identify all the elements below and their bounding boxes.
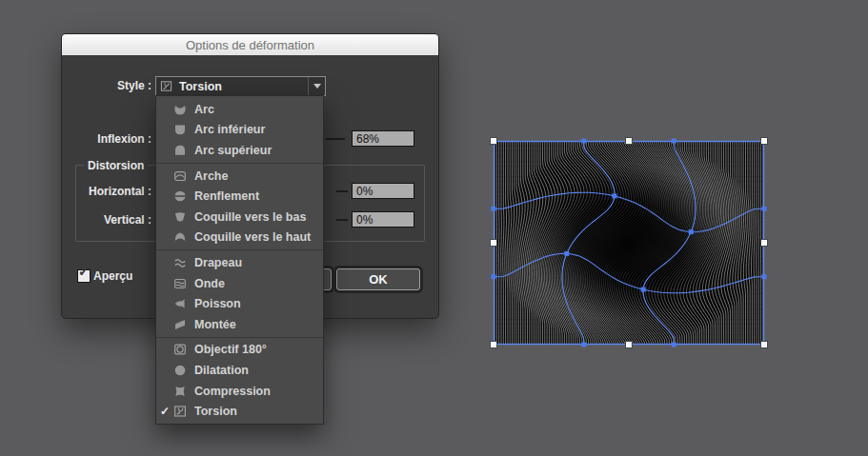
selection-handle bbox=[761, 342, 768, 348]
shell-upper-icon bbox=[172, 229, 188, 245]
chevron-down-icon bbox=[313, 84, 321, 89]
menu-item-shell-upper[interactable]: Coquille vers le haut bbox=[156, 228, 323, 248]
menu-item-inflate[interactable]: Dilatation bbox=[156, 360, 323, 381]
mesh-anchor bbox=[641, 287, 646, 292]
fisheye-icon bbox=[172, 342, 188, 357]
style-dropdown-arrow-button[interactable] bbox=[308, 77, 325, 95]
style-dropdown[interactable]: Torsion bbox=[155, 76, 326, 96]
mesh-anchor bbox=[689, 229, 694, 234]
selection-handle bbox=[491, 342, 497, 348]
dialog-titlebar[interactable]: Options de déformation bbox=[62, 34, 438, 55]
menu-item-shell-lower[interactable]: Coquille vers le bas bbox=[156, 207, 323, 228]
inflexion-label: Inflexion : bbox=[62, 132, 151, 146]
fish-icon bbox=[172, 296, 188, 311]
menu-separator bbox=[156, 249, 323, 250]
mesh-anchor bbox=[612, 193, 616, 198]
horizontal-input[interactable] bbox=[352, 183, 414, 199]
style-dropdown-value: Torsion bbox=[179, 80, 222, 93]
shell-lower-icon bbox=[172, 209, 188, 225]
flag-icon bbox=[172, 255, 188, 270]
mesh-anchor bbox=[762, 274, 767, 279]
mesh-anchor bbox=[672, 343, 676, 347]
menu-checkmark-icon: ✓ bbox=[156, 405, 172, 418]
menu-item-arch[interactable]: Arche bbox=[156, 166, 323, 187]
vertical-input[interactable] bbox=[352, 211, 414, 228]
menu-item-label: Compression bbox=[194, 385, 271, 398]
menu-item-wave[interactable]: Onde bbox=[156, 273, 323, 294]
arc-lower-icon bbox=[172, 122, 188, 137]
checkmark-icon: ✓ bbox=[78, 264, 90, 279]
menu-item-fish[interactable]: Poisson bbox=[156, 293, 323, 314]
menu-item-label: Onde bbox=[194, 277, 225, 290]
inflexion-slider-track[interactable] bbox=[326, 138, 345, 140]
ok-button-label: OK bbox=[369, 272, 388, 287]
menu-separator bbox=[156, 337, 323, 338]
menu-item-twist[interactable]: ✓Torsion bbox=[156, 401, 323, 422]
style-label: Style : bbox=[62, 79, 151, 92]
menu-item-arc-upper[interactable]: Arc supérieur bbox=[156, 140, 323, 161]
menu-item-bulge[interactable]: Renflement bbox=[156, 186, 323, 207]
menu-item-label: Arc inférieur bbox=[194, 123, 265, 136]
menu-item-label: Dilatation bbox=[194, 364, 249, 377]
warped-artwork[interactable] bbox=[494, 141, 764, 345]
mesh-anchor bbox=[581, 343, 586, 347]
menu-item-label: Arche bbox=[194, 169, 228, 183]
warp-mesh-svg bbox=[494, 141, 764, 345]
horizontal-slider-track[interactable] bbox=[336, 190, 348, 192]
menu-item-arc-lower[interactable]: Arc inférieur bbox=[156, 120, 323, 141]
mesh-anchor bbox=[762, 207, 767, 211]
vertical-slider-track[interactable] bbox=[336, 219, 348, 221]
menu-item-label: Renflement bbox=[194, 189, 259, 203]
menu-item-label: Arc supérieur bbox=[194, 144, 272, 157]
mesh-anchor bbox=[492, 274, 496, 279]
selection-handle bbox=[491, 138, 497, 145]
twist-icon bbox=[159, 79, 173, 93]
menu-item-label: Torsion bbox=[194, 405, 237, 418]
rise-icon bbox=[172, 317, 188, 332]
menu-item-label: Drapeau bbox=[194, 256, 242, 269]
inflexion-input[interactable] bbox=[352, 130, 414, 147]
distorsion-group-label: Distorsion bbox=[84, 159, 148, 172]
menu-item-label: Coquille vers le haut bbox=[194, 230, 311, 244]
menu-item-arc[interactable]: Arc bbox=[156, 99, 323, 120]
selection-handle bbox=[761, 240, 768, 247]
menu-item-squeeze[interactable]: Compression bbox=[156, 381, 323, 402]
menu-item-label: Coquille vers le bas bbox=[194, 210, 306, 224]
apercu-label: Aperçu bbox=[93, 269, 132, 283]
mesh-anchor bbox=[581, 139, 586, 144]
menu-item-label: Poisson bbox=[194, 297, 241, 310]
application-canvas: Options de déformation Style : Torsion I… bbox=[0, 0, 868, 456]
twist-icon bbox=[172, 404, 188, 419]
vertical-label: Vertical : bbox=[62, 213, 151, 227]
selection-handle bbox=[761, 138, 768, 145]
mesh-anchor bbox=[492, 207, 496, 211]
style-menu: ArcArc inférieurArc supérieurArcheRenfle… bbox=[155, 95, 324, 425]
selection-handle bbox=[491, 240, 497, 247]
ok-button[interactable]: OK bbox=[336, 268, 420, 290]
menu-separator bbox=[156, 163, 323, 164]
arch-icon bbox=[172, 169, 188, 184]
selection-handle bbox=[626, 138, 633, 145]
dialog-title: Options de déformation bbox=[186, 38, 314, 52]
menu-item-rise[interactable]: Montée bbox=[156, 314, 323, 335]
menu-item-flag[interactable]: Drapeau bbox=[156, 252, 323, 273]
menu-item-label: Montée bbox=[194, 318, 236, 331]
menu-item-fisheye[interactable]: Objectif 180° bbox=[156, 340, 323, 361]
menu-item-label: Arc bbox=[194, 103, 214, 116]
menu-item-label: Objectif 180° bbox=[194, 343, 267, 356]
bulge-icon bbox=[172, 188, 188, 204]
horizontal-label: Horizontal : bbox=[62, 185, 151, 198]
selection-handle bbox=[626, 342, 633, 348]
arc-upper-icon bbox=[172, 143, 188, 158]
wave-icon bbox=[172, 276, 188, 291]
mesh-anchor bbox=[564, 251, 569, 256]
mesh-anchor bbox=[672, 139, 676, 144]
squeeze-icon bbox=[172, 384, 188, 399]
inflate-icon bbox=[172, 363, 188, 378]
arc-icon bbox=[172, 102, 188, 117]
